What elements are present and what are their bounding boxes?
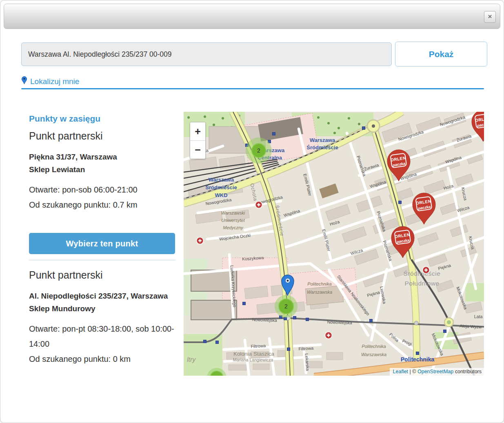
- modal-header: ×: [4, 4, 500, 29]
- map-label: Warszawski: [221, 210, 245, 215]
- poi-marker: [362, 127, 365, 130]
- leaflet-link[interactable]: Leaflet: [393, 369, 409, 374]
- attribution-suffix: contributors: [453, 369, 482, 374]
- svg-text:2: 2: [284, 303, 288, 310]
- map-label: Politechnika: [401, 356, 435, 363]
- map-label: Politechnika: [362, 344, 386, 349]
- zoom-out-button[interactable]: −: [190, 140, 205, 159]
- hospital-icon: [423, 267, 430, 274]
- cluster-marker[interactable]: 2: [246, 137, 272, 164]
- point-meta-block: Otwarte: pon-pt 08:30-18:00, sob 10:00-1…: [29, 321, 177, 367]
- map-label: Warszawska: [361, 352, 386, 357]
- point-type-label: Punkt partnerski: [29, 269, 103, 281]
- point-address-block: Al. Niepodległości 235/237, Warszawa Skl…: [29, 290, 177, 315]
- close-icon[interactable]: ×: [484, 11, 496, 23]
- map-label: Uniwersytet: [221, 218, 245, 223]
- modal-window: × Pokaż Lokalizuj mnie Punkty w zasięgu …: [0, 0, 504, 423]
- map-terrain: [184, 112, 484, 376]
- point-hours: Otwarte: pon-pt 08:30-18:00, sob 10:00-1…: [29, 321, 177, 352]
- point-distance: Od szukanego punktu: 0 km: [29, 352, 177, 367]
- map-svg: ORLEN paczka: [184, 112, 484, 376]
- map-label: Śródmieście: [306, 144, 338, 151]
- osm-link[interactable]: OpenStreetMap: [417, 369, 453, 374]
- map-canvas[interactable]: ORLEN paczka: [184, 112, 484, 376]
- point-name: Sklep Lewiatan: [29, 163, 177, 176]
- hospital-icon: [197, 237, 204, 244]
- map-label: Warszawska: [307, 290, 332, 295]
- map-attribution: Leaflet | © OpenStreetMap contributors: [390, 368, 484, 376]
- cluster-marker[interactable]: 2: [275, 295, 298, 318]
- map-label: Warszawa: [209, 177, 234, 183]
- point-address: Piękna 31/37, Warszawa: [29, 151, 177, 163]
- map-label: Śródmieście: [205, 184, 237, 190]
- poi-marker: [204, 340, 206, 343]
- poi-marker: [293, 317, 296, 319]
- poi-marker: [216, 341, 219, 344]
- locate-me-link[interactable]: Lokalizuj mnie: [22, 76, 79, 86]
- attribution-separator: |: [408, 369, 412, 374]
- poi-marker: [243, 302, 246, 305]
- map-label: Politechnika: [307, 281, 331, 286]
- copyright-symbol: ©: [412, 369, 417, 374]
- point-type-label: Punkt partnerski: [29, 130, 103, 142]
- poi-marker: [370, 319, 373, 322]
- map-zoom-control: + −: [190, 122, 206, 159]
- map-label: Lata: [474, 314, 483, 319]
- results-heading: Punkty w zasięgu: [29, 114, 100, 124]
- map-label: Nowowiejska: [327, 319, 352, 325]
- map-label: Południowe: [404, 280, 439, 287]
- point-hours: Otwarte: pon-sob 06:00-21:00: [29, 182, 177, 197]
- zoom-in-button[interactable]: +: [190, 122, 205, 140]
- poi-marker: [273, 133, 275, 135]
- map-label: Warszawa: [310, 137, 335, 143]
- locate-me-label: Lokalizuj mnie: [30, 77, 79, 86]
- point-meta-block: Otwarte: pon-sob 06:00-21:00 Od szukaneg…: [29, 182, 177, 213]
- show-button[interactable]: Pokaż: [395, 42, 487, 66]
- pickup-point-modal-page: × Pokaż Lokalizuj mnie Punkty w zasięgu …: [0, 0, 504, 423]
- select-point-button[interactable]: Wybierz ten punkt: [29, 233, 175, 254]
- map-label: ltry: [187, 356, 196, 363]
- point-address: Al. Niepodległości 235/237, Warszawa: [29, 290, 177, 302]
- poi-marker: [399, 201, 402, 204]
- map-label: Filtrowa: [298, 345, 313, 351]
- point-distance: Od szukanego punktu: 0.7 km: [29, 197, 177, 213]
- map-label: Medyczny: [223, 225, 244, 230]
- map-label: Kolonia Staszica: [233, 351, 274, 357]
- map-label: Nowowiejska: [252, 317, 277, 323]
- address-search-input[interactable]: [21, 42, 392, 66]
- svg-text:2: 2: [257, 147, 260, 154]
- map-label: Śródmieście: [404, 270, 441, 277]
- location-pin-icon: [22, 76, 27, 86]
- poi-marker: [306, 318, 309, 321]
- map-label: WKD: [215, 192, 227, 198]
- hospital-icon: [325, 332, 332, 339]
- poi-marker: [444, 330, 446, 333]
- poi-marker: [416, 352, 419, 355]
- point-name: Sklep Mundurowy: [29, 302, 177, 315]
- list-divider: [29, 260, 175, 260]
- point-address-block: Piękna 31/37, Warszawa Sklep Lewiatan: [29, 151, 177, 176]
- map-label: Mariana Langiewicza: [233, 357, 273, 362]
- poi-marker: [287, 348, 290, 351]
- section-divider: [21, 88, 484, 89]
- map-label: Filtrowa: [251, 343, 266, 349]
- hospital-icon: [255, 202, 262, 208]
